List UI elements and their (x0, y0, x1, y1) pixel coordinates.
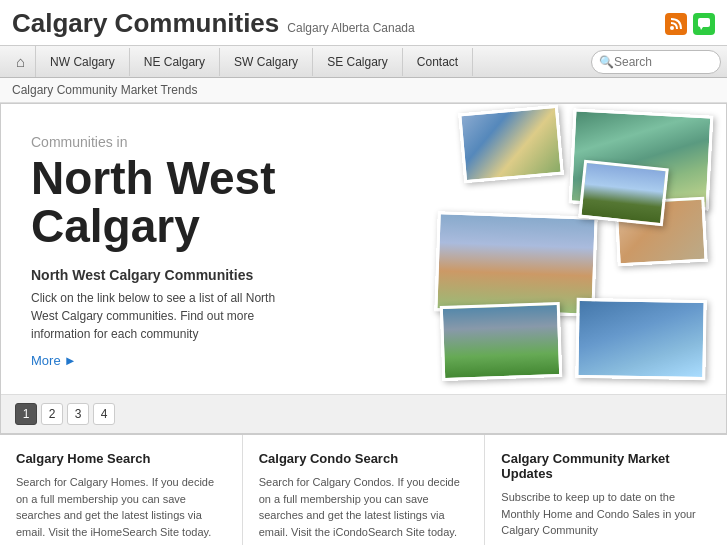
svg-point-0 (670, 26, 674, 30)
site-subtitle: Calgary Alberta Canada (287, 21, 414, 35)
photo-card-houses (578, 160, 669, 227)
hero-more-link[interactable]: More ► (31, 353, 351, 368)
rss-icon[interactable] (665, 13, 687, 35)
card-condo-search-text: Search for Calgary Condos. If you decide… (259, 474, 469, 540)
pagination: 1 2 3 4 (1, 394, 726, 433)
svg-marker-2 (700, 27, 703, 30)
nav-item-nw-calgary[interactable]: NW Calgary (36, 48, 130, 76)
navigation: ⌂ NW Calgary NE Calgary SW Calgary SE Ca… (0, 46, 727, 78)
svg-rect-1 (698, 18, 710, 27)
nav-item-se-calgary[interactable]: SE Calgary (313, 48, 403, 76)
header-left: Calgary Communities Calgary Alberta Cana… (12, 8, 415, 39)
header-icons (665, 13, 715, 35)
hero-subtitle: Communities in (31, 134, 351, 150)
page-button-1[interactable]: 1 (15, 403, 37, 425)
photo-card-water (575, 298, 706, 380)
photo-collage (356, 104, 726, 394)
nav-item-contact[interactable]: Contact (403, 48, 473, 76)
nav-home-button[interactable]: ⌂ (6, 46, 36, 77)
hero-text: Communities in North WestCalgary North W… (31, 134, 351, 374)
nav-item-sw-calgary[interactable]: SW Calgary (220, 48, 313, 76)
hero-title: North WestCalgary (31, 154, 351, 251)
search-wrapper: 🔍 (591, 50, 721, 74)
card-condo-search-title: Calgary Condo Search (259, 451, 469, 466)
card-home-search-text: Search for Calgary Homes. If you decide … (16, 474, 226, 540)
hero-description: Click on the link below to see a list of… (31, 289, 301, 343)
card-market-updates-title: Calgary Community Market Updates (501, 451, 711, 481)
breadcrumb-text: Calgary Community Market Trends (12, 83, 197, 97)
main-content: Communities in North WestCalgary North W… (0, 103, 727, 434)
card-home-search: Calgary Home Search Search for Calgary H… (0, 435, 243, 545)
page-button-2[interactable]: 2 (41, 403, 63, 425)
site-title: Calgary Communities (12, 8, 279, 39)
chat-icon[interactable] (693, 13, 715, 35)
photo-card-aerial (458, 105, 564, 183)
hero-section: Communities in North WestCalgary North W… (1, 104, 726, 394)
card-condo-search: Calgary Condo Search Search for Calgary … (243, 435, 486, 545)
nav-item-ne-calgary[interactable]: NE Calgary (130, 48, 220, 76)
card-market-updates: Calgary Community Market Updates Subscri… (485, 435, 727, 545)
more-label: More (31, 353, 61, 368)
bottom-cards: Calgary Home Search Search for Calgary H… (0, 434, 727, 545)
page-button-3[interactable]: 3 (67, 403, 89, 425)
card-market-updates-text: Subscribe to keep up to date on the Mont… (501, 489, 711, 539)
more-arrow-icon: ► (64, 353, 77, 368)
photo-card-city (434, 211, 597, 317)
hero-section-title: North West Calgary Communities (31, 267, 351, 283)
site-header: Calgary Communities Calgary Alberta Cana… (0, 0, 727, 46)
breadcrumb: Calgary Community Market Trends (0, 78, 727, 103)
page-button-4[interactable]: 4 (93, 403, 115, 425)
search-input[interactable] (591, 50, 721, 74)
card-home-search-title: Calgary Home Search (16, 451, 226, 466)
photo-card-park (440, 302, 563, 381)
